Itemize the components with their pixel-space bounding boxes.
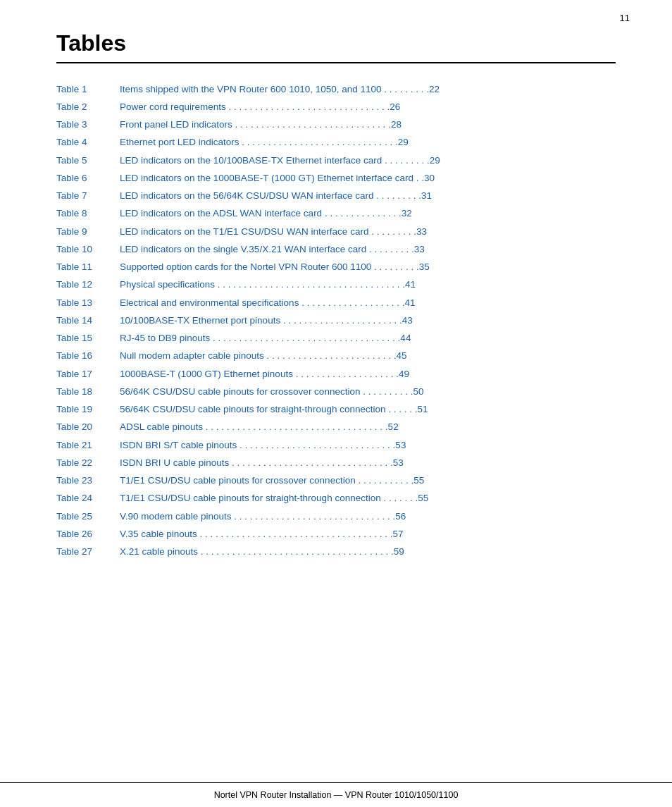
- table-description: ADSL cable pinouts . . . . . . . . . . .…: [120, 419, 616, 436]
- table-description: ISDN BRI U cable pinouts . . . . . . . .…: [120, 454, 616, 472]
- table-label: Table 8: [56, 205, 120, 223]
- page-number: 11: [0, 0, 672, 23]
- table-label: Table 25: [56, 507, 120, 525]
- table-description: T1/E1 CSU/DSU cable pinouts for crossove…: [120, 472, 616, 490]
- table-description: Front panel LED indicators . . . . . . .…: [120, 116, 616, 134]
- table-label: Table 18: [56, 383, 120, 400]
- table-label: Table 24: [56, 490, 120, 507]
- table-label: Table 9: [56, 223, 120, 240]
- footer: Nortel VPN Router Installation — VPN Rou…: [0, 782, 672, 807]
- table-description: LED indicators on the 1000BASE-T (1000 G…: [120, 169, 616, 187]
- list-item[interactable]: Table 13Electrical and environmental spe…: [56, 294, 616, 312]
- list-item[interactable]: Table 171000BASE-T (1000 GT) Ethernet pi…: [56, 365, 616, 383]
- table-description: T1/E1 CSU/DSU cable pinouts for straight…: [120, 490, 616, 507]
- table-label: Table 3: [56, 116, 120, 134]
- list-item[interactable]: Table 6LED indicators on the 1000BASE-T …: [56, 169, 616, 187]
- table-description: Supported option cards for the Nortel VP…: [120, 259, 616, 276]
- table-label: Table 26: [56, 525, 120, 543]
- list-item[interactable]: Table 12Physical specifications . . . . …: [56, 276, 616, 294]
- content-area: Tables Table 1Items shipped with the VPN…: [0, 23, 672, 782]
- list-item[interactable]: Table 21ISDN BRI S/T cable pinouts . . .…: [56, 436, 616, 454]
- table-label: Table 2: [56, 98, 120, 116]
- table-label: Table 16: [56, 347, 120, 365]
- table-label: Table 14: [56, 312, 120, 329]
- list-item[interactable]: Table 25V.90 modem cable pinouts . . . .…: [56, 507, 616, 525]
- list-item[interactable]: Table 22ISDN BRI U cable pinouts . . . .…: [56, 454, 616, 472]
- table-description: V.90 modem cable pinouts . . . . . . . .…: [120, 507, 616, 525]
- table-description: Null modem adapter cable pinouts . . . .…: [120, 347, 616, 365]
- list-item[interactable]: Table 9LED indicators on the T1/E1 CSU/D…: [56, 223, 616, 240]
- table-label: Table 4: [56, 134, 120, 152]
- table-description: 56/64K CSU/DSU cable pinouts for straigh…: [120, 401, 616, 419]
- list-item[interactable]: Table 1956/64K CSU/DSU cable pinouts for…: [56, 401, 616, 419]
- table-description: LED indicators on the T1/E1 CSU/DSU WAN …: [120, 223, 616, 240]
- table-label: Table 23: [56, 472, 120, 490]
- table-description: Ethernet port LED indicators . . . . . .…: [120, 134, 616, 152]
- list-item[interactable]: Table 8LED indicators on the ADSL WAN in…: [56, 205, 616, 223]
- table-description: LED indicators on the 10/100BASE-TX Ethe…: [120, 152, 616, 169]
- list-item[interactable]: Table 15RJ-45 to DB9 pinouts . . . . . .…: [56, 330, 616, 347]
- list-item[interactable]: Table 16Null modem adapter cable pinouts…: [56, 347, 616, 365]
- table-label: Table 20: [56, 419, 120, 436]
- table-description: X.21 cable pinouts . . . . . . . . . . .…: [120, 543, 616, 561]
- table-label: Table 6: [56, 169, 120, 187]
- list-item[interactable]: Table 4Ethernet port LED indicators . . …: [56, 134, 616, 152]
- table-description: 56/64K CSU/DSU cable pinouts for crossov…: [120, 383, 616, 400]
- table-description: Electrical and environmental specificati…: [120, 294, 616, 312]
- page-title: Tables: [56, 30, 616, 63]
- table-description: LED indicators on the ADSL WAN interface…: [120, 205, 616, 223]
- list-item[interactable]: Table 1856/64K CSU/DSU cable pinouts for…: [56, 383, 616, 400]
- list-item[interactable]: Table 10LED indicators on the single V.3…: [56, 240, 616, 258]
- list-item[interactable]: Table 7LED indicators on the 56/64K CSU/…: [56, 187, 616, 205]
- list-item[interactable]: Table 5LED indicators on the 10/100BASE-…: [56, 152, 616, 169]
- table-label: Table 27: [56, 543, 120, 561]
- list-item[interactable]: Table 23T1/E1 CSU/DSU cable pinouts for …: [56, 472, 616, 490]
- table-label: Table 7: [56, 187, 120, 205]
- list-item[interactable]: Table 26V.35 cable pinouts . . . . . . .…: [56, 525, 616, 543]
- table-label: Table 13: [56, 294, 120, 312]
- table-label: Table 11: [56, 259, 120, 276]
- table-description: LED indicators on the 56/64K CSU/DSU WAN…: [120, 187, 616, 205]
- table-description: Items shipped with the VPN Router 600 10…: [120, 80, 616, 98]
- table-description: V.35 cable pinouts . . . . . . . . . . .…: [120, 525, 616, 543]
- list-item[interactable]: Table 1Items shipped with the VPN Router…: [56, 80, 616, 98]
- list-item[interactable]: Table 1410/100BASE-TX Ethernet port pino…: [56, 312, 616, 329]
- table-description: Power cord requirements . . . . . . . . …: [120, 98, 616, 116]
- table-label: Table 17: [56, 365, 120, 383]
- table-description: 1000BASE-T (1000 GT) Ethernet pinouts . …: [120, 365, 616, 383]
- table-label: Table 19: [56, 401, 120, 419]
- table-description: Physical specifications . . . . . . . . …: [120, 276, 616, 294]
- list-item[interactable]: Table 24T1/E1 CSU/DSU cable pinouts for …: [56, 490, 616, 507]
- table-label: Table 15: [56, 330, 120, 347]
- list-item[interactable]: Table 27X.21 cable pinouts . . . . . . .…: [56, 543, 616, 561]
- table-label: Table 10: [56, 240, 120, 258]
- toc-table: Table 1Items shipped with the VPN Router…: [56, 80, 616, 561]
- table-description: RJ-45 to DB9 pinouts . . . . . . . . . .…: [120, 330, 616, 347]
- list-item[interactable]: Table 3Front panel LED indicators . . . …: [56, 116, 616, 134]
- table-description: LED indicators on the single V.35/X.21 W…: [120, 240, 616, 258]
- table-label: Table 22: [56, 454, 120, 472]
- table-description: 10/100BASE-TX Ethernet port pinouts . . …: [120, 312, 616, 329]
- table-description: ISDN BRI S/T cable pinouts . . . . . . .…: [120, 436, 616, 454]
- page-container: 11 Tables Table 1Items shipped with the …: [0, 0, 672, 807]
- table-label: Table 5: [56, 152, 120, 169]
- table-label: Table 21: [56, 436, 120, 454]
- table-label: Table 12: [56, 276, 120, 294]
- list-item[interactable]: Table 20ADSL cable pinouts . . . . . . .…: [56, 419, 616, 436]
- list-item[interactable]: Table 2Power cord requirements . . . . .…: [56, 98, 616, 116]
- table-label: Table 1: [56, 80, 120, 98]
- list-item[interactable]: Table 11Supported option cards for the N…: [56, 259, 616, 276]
